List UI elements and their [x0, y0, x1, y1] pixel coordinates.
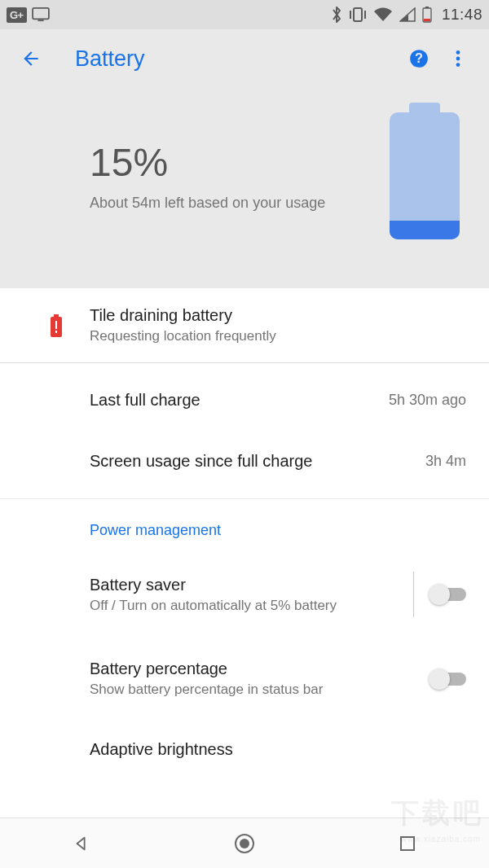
svg-rect-1	[37, 20, 43, 21]
battery-fill	[390, 221, 460, 239]
setting-subtitle: Off / Turn on automatically at 5% batter…	[90, 598, 367, 614]
app-bar: Battery ?	[0, 29, 489, 88]
vertical-divider	[413, 572, 414, 617]
back-button[interactable]	[15, 42, 47, 75]
svg-point-18	[240, 839, 249, 848]
battery-status-icon	[422, 7, 432, 23]
setting-title: Battery saver	[90, 576, 399, 594]
clock-text: 11:48	[442, 6, 482, 24]
navigation-bar	[0, 818, 489, 868]
stat-value: 3h 4m	[425, 453, 466, 470]
svg-point-12	[456, 63, 460, 67]
battery-hero[interactable]: 15% About 54m left based on your usage	[0, 88, 489, 288]
setting-subtitle: Show battery percentage in status bar	[90, 682, 367, 698]
battery-percent: 15%	[90, 140, 390, 185]
page-title: Battery	[75, 46, 145, 72]
status-bar: G+ 11:48	[0, 0, 489, 29]
help-button[interactable]: ?	[403, 42, 435, 75]
bluetooth-icon	[331, 6, 342, 24]
wifi-icon	[373, 7, 393, 22]
battery-percentage-switch[interactable]	[429, 666, 471, 692]
nav-home-button[interactable]	[220, 827, 269, 860]
alert-subtitle: Requesting location frequently	[90, 328, 466, 344]
svg-rect-14	[54, 314, 59, 317]
stat-label: Screen usage since full charge	[90, 452, 425, 471]
battery-estimate: About 54m left based on your usage	[90, 195, 390, 212]
setting-title: Adaptive brightness	[90, 740, 466, 759]
vibrate-icon	[349, 7, 367, 23]
svg-rect-2	[354, 8, 362, 21]
svg-text:?: ?	[415, 50, 423, 65]
battery-graphic	[390, 112, 460, 239]
svg-rect-15	[55, 321, 57, 329]
setting-adaptive-brightness[interactable]: Adaptive brightness	[0, 716, 489, 764]
stat-row-screen-usage[interactable]: Screen usage since full charge 3h 4m	[0, 431, 489, 498]
stat-value: 5h 30m ago	[389, 392, 466, 409]
setting-battery-saver[interactable]: Battery saver Off / Turn on automaticall…	[0, 554, 489, 635]
svg-rect-0	[33, 8, 49, 20]
svg-rect-16	[55, 331, 57, 333]
nav-recents-button[interactable]	[383, 827, 432, 860]
svg-rect-7	[424, 19, 430, 21]
alert-row[interactable]: Tile draining battery Requesting locatio…	[0, 288, 489, 362]
battery-saver-switch[interactable]	[429, 581, 471, 607]
alert-title: Tile draining battery	[90, 306, 466, 325]
alert-battery-icon	[49, 313, 64, 338]
svg-rect-19	[401, 837, 414, 850]
gplus-badge: G+	[7, 7, 27, 23]
section-power-management: Power management	[0, 499, 489, 554]
svg-point-11	[456, 57, 460, 61]
cast-icon	[32, 7, 50, 22]
nav-back-button[interactable]	[57, 827, 106, 860]
svg-point-10	[456, 50, 460, 55]
cell-signal-icon	[399, 7, 416, 22]
setting-battery-percentage[interactable]: Battery percentage Show battery percenta…	[0, 635, 489, 716]
svg-rect-6	[425, 7, 429, 8]
stat-label: Last full charge	[90, 391, 389, 410]
stat-row-last-full-charge[interactable]: Last full charge 5h 30m ago	[0, 363, 489, 431]
overflow-menu-button[interactable]	[442, 42, 474, 75]
setting-title: Battery percentage	[90, 660, 429, 678]
